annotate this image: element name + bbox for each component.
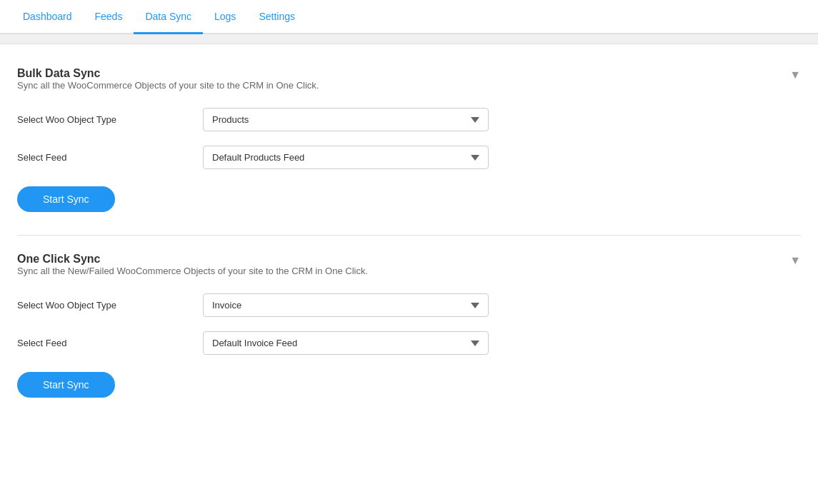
bulk-feed-row: Select Feed Default Products Feed Custom… [17, 146, 801, 169]
sub-bar [0, 34, 818, 44]
one-click-start-sync-button[interactable]: Start Sync [17, 372, 115, 398]
one-click-object-type-select[interactable]: Products Orders Customers Invoice [203, 293, 489, 317]
bulk-object-type-select[interactable]: Products Orders Customers Invoice [203, 108, 489, 131]
top-nav: Dashboard Feeds Data Sync Logs Settings [0, 0, 818, 34]
one-click-sync-section: One Click Sync Sync all the New/Failed W… [17, 253, 801, 403]
one-click-feed-select[interactable]: Default Invoice Feed Custom Invoice Feed [203, 331, 489, 355]
one-click-sync-title: One Click Sync [17, 253, 368, 266]
nav-feeds[interactable]: Feeds [84, 0, 134, 34]
nav-data-sync[interactable]: Data Sync [134, 0, 203, 34]
bulk-sync-title: Bulk Data Sync [17, 67, 319, 80]
bulk-sync-chevron-icon[interactable]: ▼ [789, 69, 801, 81]
one-click-sync-header-text: One Click Sync Sync all the New/Failed W… [17, 253, 368, 293]
nav-logs[interactable]: Logs [203, 0, 247, 34]
one-click-feed-label: Select Feed [17, 338, 203, 348]
bulk-object-type-label: Select Woo Object Type [17, 114, 203, 125]
section-divider [17, 235, 801, 236]
one-click-sync-description: Sync all the New/Failed WooCommerce Obje… [17, 266, 368, 276]
bulk-feed-select[interactable]: Default Products Feed Custom Products Fe… [203, 146, 489, 169]
bulk-sync-description: Sync all the WooCommerce Objects of your… [17, 80, 319, 91]
one-click-feed-row: Select Feed Default Invoice Feed Custom … [17, 331, 801, 355]
one-click-object-type-label: Select Woo Object Type [17, 300, 203, 311]
bulk-start-sync-button[interactable]: Start Sync [17, 186, 115, 212]
bulk-feed-label: Select Feed [17, 152, 203, 163]
one-click-sync-chevron-icon[interactable]: ▼ [789, 254, 801, 267]
bulk-sync-header-text: Bulk Data Sync Sync all the WooCommerce … [17, 67, 319, 108]
bulk-sync-header-row: Bulk Data Sync Sync all the WooCommerce … [17, 67, 801, 108]
nav-dashboard[interactable]: Dashboard [11, 0, 84, 34]
bulk-object-type-row: Select Woo Object Type Products Orders C… [17, 108, 801, 131]
nav-settings[interactable]: Settings [247, 0, 306, 34]
one-click-sync-header-row: One Click Sync Sync all the New/Failed W… [17, 253, 801, 293]
bulk-data-sync-section: Bulk Data Sync Sync all the WooCommerce … [17, 67, 801, 218]
main-content: Bulk Data Sync Sync all the WooCommerce … [0, 44, 818, 426]
one-click-object-type-row: Select Woo Object Type Products Orders C… [17, 293, 801, 317]
